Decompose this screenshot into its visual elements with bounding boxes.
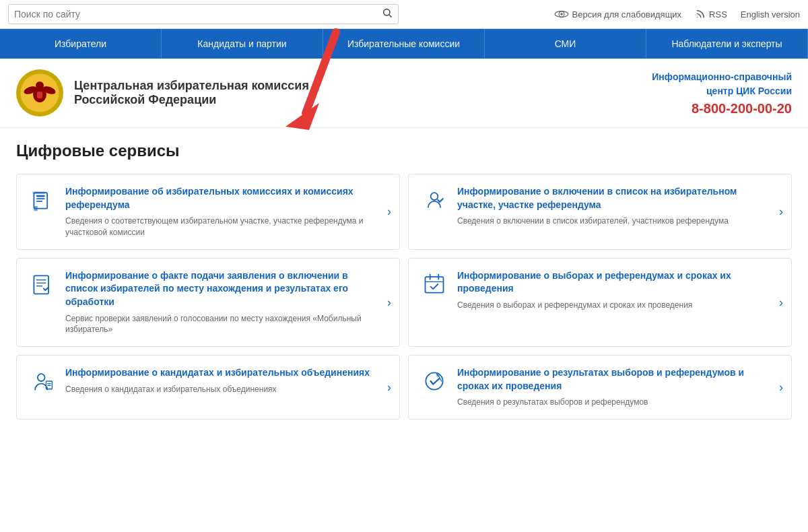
svg-point-0 xyxy=(384,9,390,15)
svg-point-29 xyxy=(38,374,45,381)
card-arrow-5: › xyxy=(387,380,391,395)
service-card-6[interactable]: Информирование о результатах выборов и р… xyxy=(408,355,792,420)
nav-item-observers[interactable]: Наблюдатели и эксперты xyxy=(646,29,808,59)
top-bar: Версия для слабовидящих RSS English vers… xyxy=(0,0,808,29)
card-arrow-1: › xyxy=(387,205,391,219)
branding-left: Центральная избирательная комиссия Росси… xyxy=(16,69,309,117)
card-icon-5 xyxy=(28,366,57,396)
service-card-4[interactable]: Информирование о выборах и референдумах … xyxy=(408,258,792,347)
service-card-5[interactable]: Информирование о кандидатах и избиратель… xyxy=(16,355,400,420)
card-icon-4 xyxy=(419,269,449,299)
rss-link[interactable]: RSS xyxy=(695,9,727,20)
card-title-6: Информирование о результатах выборов и р… xyxy=(457,366,767,393)
branding-title: Центральная избирательная комиссия Росси… xyxy=(74,79,309,107)
card-icon-2 xyxy=(419,185,449,215)
phone-number: 8-800-200-00-20 xyxy=(652,101,792,117)
red-arrow-icon xyxy=(279,26,360,133)
english-label: English version xyxy=(741,9,800,20)
search-wrapper xyxy=(8,4,399,24)
service-card-2[interactable]: Информирование о включении в список на и… xyxy=(408,174,792,250)
nav-link-observers[interactable]: Наблюдатели и эксперты xyxy=(646,29,808,59)
service-card-1[interactable]: Информирование об избирательных комиссия… xyxy=(16,174,400,250)
accessibility-link[interactable]: Версия для слабовидящих xyxy=(554,9,682,20)
svg-rect-25 xyxy=(426,277,444,292)
svg-point-10 xyxy=(36,81,44,90)
svg-point-34 xyxy=(436,373,440,376)
svg-point-20 xyxy=(431,193,438,200)
svg-rect-17 xyxy=(36,201,42,202)
branding: Центральная избирательная комиссия Росси… xyxy=(0,59,808,128)
card-desc-6: Сведения о результатах выборов и референ… xyxy=(457,397,767,408)
rss-label: RSS xyxy=(709,9,727,20)
branding-right: Информационно-справочныйцентр ЦИК России… xyxy=(652,70,792,117)
main-nav: Избиратели Кандидаты и партии Избиратель… xyxy=(0,29,808,59)
svg-line-12 xyxy=(306,32,336,113)
card-arrow-3: › xyxy=(387,295,391,309)
card-content-1: Информирование об избирательных комиссия… xyxy=(65,185,389,238)
card-arrow-4: › xyxy=(779,295,783,309)
nav-link-voters[interactable]: Избиратели xyxy=(0,29,162,59)
svg-rect-11 xyxy=(37,92,42,98)
search-input[interactable] xyxy=(14,9,382,20)
service-card-3[interactable]: Информирование о факте подачи заявления … xyxy=(16,258,400,347)
card-desc-1: Сведения о соответствующем избирательном… xyxy=(65,215,375,238)
cards-grid: Информирование об избирательных комиссия… xyxy=(16,174,792,420)
svg-rect-15 xyxy=(36,195,45,197)
svg-point-5 xyxy=(697,17,698,18)
card-desc-5: Сведения о кандидатах и избирательных об… xyxy=(65,384,375,395)
card-content-5: Информирование о кандидатах и избиратель… xyxy=(65,366,389,395)
nav-link-media[interactable]: СМИ xyxy=(485,29,646,59)
card-arrow-6: › xyxy=(779,380,783,395)
main-content: Цифровые сервисы Информи xyxy=(0,128,808,433)
logo xyxy=(16,69,63,117)
card-title-3: Информирование о факте подачи заявления … xyxy=(65,269,375,309)
card-desc-3: Сервис проверки заявлений о голосовании … xyxy=(65,313,375,336)
accessibility-label: Версия для слабовидящих xyxy=(572,9,682,20)
top-bar-right: Версия для слабовидящих RSS English vers… xyxy=(554,9,801,20)
card-title-5: Информирование о кандидатах и избиратель… xyxy=(65,366,375,380)
svg-line-1 xyxy=(389,15,392,18)
svg-rect-16 xyxy=(36,198,45,199)
card-title-2: Информирование о включении в список на и… xyxy=(457,185,767,211)
english-link[interactable]: English version xyxy=(741,9,800,20)
svg-point-33 xyxy=(426,373,442,390)
card-desc-4: Сведения о выборах и референдумах и срок… xyxy=(457,300,767,311)
card-icon-1 xyxy=(28,185,57,215)
card-title-1: Информирование об избирательных комиссия… xyxy=(65,185,375,211)
section-title: Цифровые сервисы xyxy=(16,141,792,160)
svg-rect-18 xyxy=(33,191,45,194)
info-center-link[interactable]: Информационно-справочныйцентр ЦИК России xyxy=(652,71,792,96)
card-icon-3 xyxy=(28,269,57,299)
svg-point-4 xyxy=(560,13,562,15)
svg-rect-19 xyxy=(34,206,37,211)
card-content-3: Информирование о факте подачи заявления … xyxy=(65,269,389,335)
card-content-4: Информирование о выборах и референдумах … xyxy=(457,269,780,311)
svg-rect-21 xyxy=(34,275,48,294)
nav-item-voters[interactable]: Избиратели xyxy=(0,29,162,59)
card-title-4: Информирование о выборах и референдумах … xyxy=(457,269,767,296)
card-desc-2: Сведения о включении в список избирателе… xyxy=(457,215,767,227)
search-button[interactable] xyxy=(382,7,393,21)
nav-item-media[interactable]: СМИ xyxy=(485,29,646,59)
card-arrow-2: › xyxy=(779,205,783,219)
card-icon-6 xyxy=(419,366,449,396)
svg-marker-13 xyxy=(285,103,319,130)
card-content-2: Информирование о включении в список на и… xyxy=(457,185,780,227)
card-content-6: Информирование о результатах выборов и р… xyxy=(457,366,780,408)
